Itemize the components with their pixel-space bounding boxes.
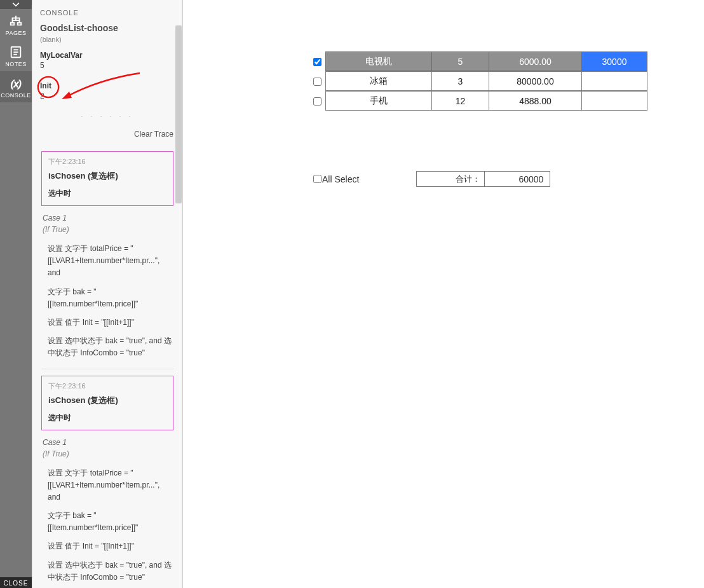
console-panel: CONSOLE GoodsList-choose (blank) MyLocal… (32, 0, 183, 588)
rail-console-label: CONSOLE (1, 92, 31, 99)
footer-row: All Select 合计： 60000 (308, 171, 550, 187)
trace-widget: isChosen (复选框) (48, 170, 166, 182)
console-header: CONSOLE (32, 0, 182, 18)
rail-close[interactable]: CLOSE (0, 577, 32, 588)
goods-table: 电视机 5 6000.00 30000 冰箱 3 80000.00 手机 12 … (308, 52, 647, 111)
trace-widget: isChosen (复选框) (48, 395, 166, 406)
blank-indicator: (blank) (32, 36, 182, 43)
cell-price: 6000.00 (489, 51, 582, 71)
trace-action: 设置 文字于 totalPrice = "[[LVAR1+Item.number… (48, 467, 173, 504)
cell-qty: 3 (431, 71, 489, 91)
cell-price: 80000.00 (489, 71, 582, 91)
clear-trace-link[interactable]: Clear Trace (134, 130, 173, 139)
trace-event: 选中时 (48, 413, 166, 423)
drag-handle-icon[interactable]: · · · · · · (32, 100, 182, 126)
row-checkbox[interactable] (313, 58, 322, 66)
trace-action: 文字于 bak = "[[Item.number*Item.price]]" (48, 286, 173, 310)
trace-header[interactable]: 下午2:23:16 isChosen (复选框) 选中时 (41, 376, 173, 430)
trace-action: 设置 值于 Init = "[[Init+1]]" (48, 317, 173, 329)
trace-action: 设置 选中状态于 bak = "true", and 选中状态于 InfoCom… (48, 559, 173, 584)
all-select-checkbox[interactable] (313, 175, 322, 183)
cell-name: 冰箱 (325, 71, 432, 91)
row-checkbox[interactable] (313, 78, 322, 86)
rail-notes[interactable]: NOTES (0, 40, 32, 71)
nav-rail: PAGES NOTES (x) CONSOLE CLOSE (0, 0, 32, 588)
sum-label: 合计： (416, 171, 485, 187)
var-mylocalvar: MyLocalVar 5 (32, 43, 182, 70)
cell-price: 4888.00 (489, 91, 582, 111)
trace-action: 设置 值于 Init = "[[Init+1]]" (48, 540, 173, 552)
trace-time: 下午2:23:16 (48, 381, 166, 391)
trace-header[interactable]: 下午2:23:16 isChosen (复选框) 选中时 (41, 151, 173, 206)
trace-entry: 下午2:23:16 isChosen (复选框) 选中时 Case 1 (If … (32, 376, 182, 584)
rail-notes-label: NOTES (5, 61, 27, 67)
cell-qty: 12 (431, 91, 489, 111)
trace-condition: (If True) (41, 448, 173, 465)
rail-pages-label: PAGES (6, 30, 27, 36)
cell-name: 手机 (325, 91, 432, 111)
cell-total (581, 91, 647, 111)
trace-entry: 下午2:23:16 isChosen (复选框) 选中时 Case 1 (If … (32, 151, 182, 369)
trace-action: 设置 文字于 totalPrice = "[[LVAR1+Item.number… (48, 243, 173, 280)
cell-total: 30000 (581, 51, 647, 71)
trace-condition: (If True) (41, 224, 173, 240)
trace-time: 下午2:23:16 (48, 157, 166, 167)
var-value: 5 (40, 61, 175, 70)
cell-total (581, 71, 647, 91)
cell-name: 电视机 (325, 51, 432, 71)
scrollbar[interactable] (175, 25, 182, 203)
var-name: MyLocalVar (40, 51, 175, 60)
prototype-canvas: 电视机 5 6000.00 30000 冰箱 3 80000.00 手机 12 … (183, 0, 704, 588)
sum-value: 60000 (484, 171, 550, 187)
trace-action: 文字于 bak = "[[Item.number*Item.price]]" (48, 510, 173, 534)
table-row: 电视机 5 6000.00 30000 (308, 52, 647, 72)
trace-case: Case 1 (41, 210, 173, 224)
trace-case: Case 1 (41, 434, 173, 448)
cell-qty: 5 (431, 51, 489, 71)
var-name: Init (40, 81, 175, 90)
var-init: Init 2 (32, 70, 182, 100)
rail-collapse-icon[interactable] (0, 0, 32, 9)
trace-action: 设置 选中状态于 bak = "true", and 选中状态于 InfoCom… (48, 335, 173, 359)
svg-text:(x): (x) (11, 79, 22, 89)
table-row: 冰箱 3 80000.00 (308, 72, 647, 92)
trace-actions: 设置 文字于 totalPrice = "[[LVAR1+Item.number… (41, 243, 173, 360)
trace-event: 选中时 (48, 188, 166, 199)
table-row: 手机 12 4888.00 (308, 92, 647, 111)
trace-actions: 设置 文字于 totalPrice = "[[LVAR1+Item.number… (41, 467, 173, 584)
rail-pages[interactable]: PAGES (0, 9, 32, 40)
var-value: 2 (40, 92, 175, 100)
row-checkbox[interactable] (313, 97, 322, 106)
rail-console[interactable]: (x) CONSOLE (0, 71, 32, 102)
all-select-label: All Select (322, 174, 359, 184)
